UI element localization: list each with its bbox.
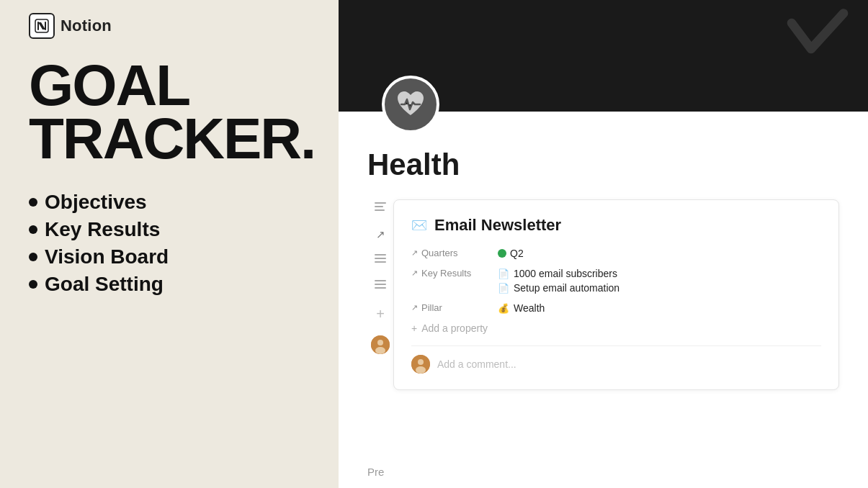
detail-card: ✉️ Email Newsletter ↗ Quarters Q2: [393, 199, 839, 390]
comment-placeholder[interactable]: Add a comment...: [437, 358, 516, 370]
sidebar-avatar: [371, 335, 390, 354]
toolbar-icon-rows[interactable]: [375, 202, 386, 215]
toolbar-icon-arrow[interactable]: ↗: [376, 228, 385, 241]
wealth-icon: 💰: [498, 303, 509, 314]
property-pillar: ↗ Pillar 💰 Wealth: [411, 302, 821, 314]
svg-point-11: [377, 340, 383, 345]
svg-rect-4: [375, 254, 386, 256]
svg-rect-6: [375, 261, 386, 263]
email-icon: ✉️: [411, 217, 427, 233]
health-icon: [382, 76, 439, 133]
q2-dot: [498, 249, 506, 258]
property-value-keyresults: 📄 1000 email subscribers 📄 Setup email a…: [498, 268, 821, 294]
svg-rect-8: [375, 284, 386, 285]
feature-item-keyresults: Key Results: [29, 218, 310, 241]
svg-rect-2: [375, 206, 383, 207]
doc-icon: 📄: [498, 283, 509, 294]
bullet-icon: [29, 225, 37, 234]
features-list: Objectives Key Results Vision Board Goal…: [29, 191, 310, 296]
doc-icon: 📄: [498, 268, 509, 279]
bullet-icon: [29, 280, 37, 289]
cover-decoration: [774, 0, 861, 72]
plus-icon: +: [411, 322, 417, 334]
main-title: GOAL TRACKER.: [29, 59, 310, 165]
wealth-tag: 💰 Wealth: [498, 302, 545, 314]
notion-logo-text: Notion: [61, 17, 112, 35]
svg-rect-3: [375, 209, 385, 211]
svg-rect-5: [375, 258, 386, 259]
cover-area: [339, 0, 868, 112]
feature-item-visionboard: Vision Board: [29, 245, 310, 268]
card-title-row: ✉️ Email Newsletter: [411, 216, 821, 235]
divider: [411, 345, 821, 346]
property-keyresults: ↗ Key Results 📄 1000 email subscribers 📄…: [411, 268, 821, 294]
page-title: Health: [367, 148, 839, 182]
comment-row: Add a comment...: [411, 355, 821, 374]
toolbar-icon-plus[interactable]: +: [376, 306, 385, 322]
card-title: Email Newsletter: [434, 216, 561, 235]
keyresult-2: 📄 Setup email automation: [498, 282, 619, 294]
feature-item-goalsetting: Goal Setting: [29, 273, 310, 296]
notion-logo-icon: [29, 13, 55, 39]
bottom-text: Pre: [367, 466, 384, 478]
svg-point-15: [416, 366, 426, 374]
page-layout: ↗ +: [367, 199, 839, 390]
sidebar-icons: ↗ +: [367, 199, 393, 390]
relation-icon: ↗: [411, 248, 418, 258]
comment-avatar: [411, 355, 430, 374]
relation-icon: ↗: [411, 303, 418, 312]
q2-tag: Q2: [498, 248, 524, 259]
property-value-pillar: 💰 Wealth: [498, 302, 821, 314]
property-quarters: ↗ Quarters Q2: [411, 248, 821, 259]
toolbar-icon-list2[interactable]: [375, 280, 386, 293]
bullet-icon: [29, 198, 37, 207]
add-property-button[interactable]: + Add a property: [411, 322, 821, 334]
notion-logo: Notion: [29, 13, 310, 39]
svg-rect-9: [375, 287, 386, 289]
keyresult-1: 📄 1000 email subscribers: [498, 268, 617, 279]
content-area: Health ↗: [339, 112, 868, 488]
toolbar-icon-list1[interactable]: [375, 254, 386, 267]
property-value-quarters: Q2: [498, 248, 821, 259]
property-label-quarters: ↗ Quarters: [411, 248, 498, 258]
left-panel: Notion GOAL TRACKER. Objectives Key Resu…: [0, 0, 339, 488]
svg-rect-7: [375, 280, 386, 281]
svg-rect-1: [375, 202, 386, 204]
bullet-icon: [29, 253, 37, 261]
property-label-pillar: ↗ Pillar: [411, 302, 498, 313]
property-label-keyresults: ↗ Key Results: [411, 268, 498, 279]
right-panel: Health ↗: [339, 0, 868, 488]
relation-icon: ↗: [411, 268, 418, 278]
svg-point-12: [375, 347, 385, 354]
svg-point-14: [418, 359, 424, 365]
feature-item-objectives: Objectives: [29, 191, 310, 214]
